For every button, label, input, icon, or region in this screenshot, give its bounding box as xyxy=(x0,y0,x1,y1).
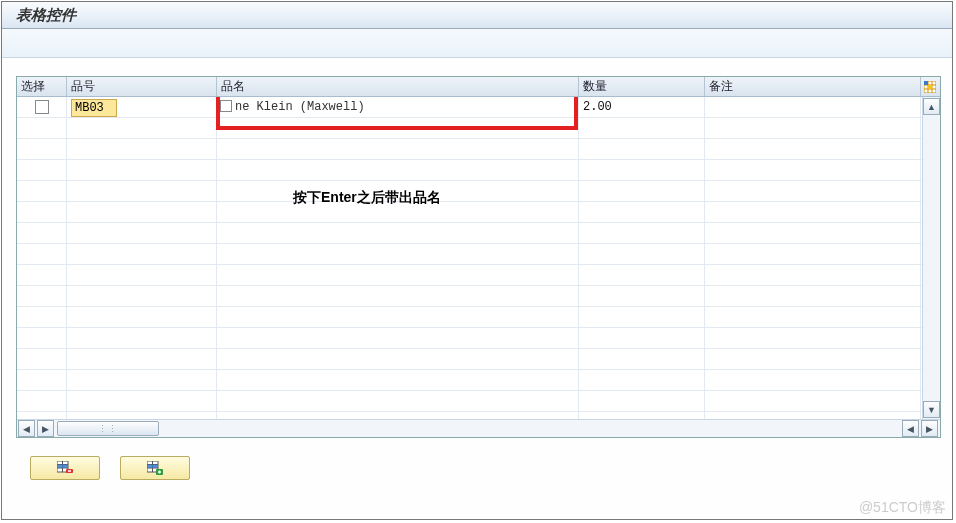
table-row[interactable] xyxy=(17,160,922,181)
toolbar xyxy=(2,29,952,58)
table-header: 选择 品号 品名 数量 备注 xyxy=(17,77,940,97)
table-plus-icon xyxy=(147,461,163,475)
qty-cell[interactable]: 2.00 xyxy=(579,97,705,117)
table-row[interactable] xyxy=(17,286,922,307)
window-title: 表格控件 xyxy=(2,2,952,29)
configure-columns-button[interactable] xyxy=(921,77,939,96)
svg-rect-11 xyxy=(57,465,68,469)
watermark: @51CTO博客 xyxy=(859,499,946,517)
name-cell[interactable]: ne Klein (Maxwell) xyxy=(217,97,579,117)
col-name[interactable]: 品名 xyxy=(217,77,579,96)
annotation-text: 按下Enter之后带出品名 xyxy=(293,189,441,207)
table-row[interactable] xyxy=(17,307,922,328)
col-qty[interactable]: 数量 xyxy=(579,77,705,96)
table-row[interactable] xyxy=(17,223,922,244)
scroll-right-button[interactable]: ▶ xyxy=(37,420,54,437)
row-checkbox[interactable] xyxy=(35,100,49,114)
table-row[interactable] xyxy=(17,370,922,391)
table-config-icon xyxy=(924,81,936,93)
scroll-left-button[interactable]: ◀ xyxy=(18,420,35,437)
table-row[interactable] xyxy=(17,181,922,202)
table-row[interactable] xyxy=(17,139,922,160)
col-select[interactable]: 选择 xyxy=(17,77,67,96)
note-cell[interactable] xyxy=(705,97,921,117)
table-row[interactable] xyxy=(17,391,922,412)
svg-rect-6 xyxy=(928,85,932,89)
table-body: MB03 ne Klein (Maxwell) 2.00 xyxy=(17,97,922,419)
delete-row-button[interactable] xyxy=(30,456,100,480)
table-control: 选择 品号 品名 数量 备注 xyxy=(16,76,941,438)
code-input[interactable]: MB03 xyxy=(71,99,117,117)
col-code[interactable]: 品号 xyxy=(67,77,217,96)
table-row[interactable] xyxy=(17,349,922,370)
hscroll-handle[interactable]: ⋮⋮ xyxy=(57,421,159,436)
insert-row-button[interactable] xyxy=(120,456,190,480)
table-row[interactable] xyxy=(17,328,922,349)
table-row[interactable] xyxy=(17,202,922,223)
table-row[interactable] xyxy=(17,265,922,286)
scroll-right-end-button[interactable]: ▶ xyxy=(921,420,938,437)
table-row[interactable]: MB03 ne Klein (Maxwell) 2.00 xyxy=(17,97,922,118)
scroll-left-end-button[interactable]: ◀ xyxy=(902,420,919,437)
table-row[interactable] xyxy=(17,118,922,139)
col-note[interactable]: 备注 xyxy=(705,77,921,96)
horizontal-scrollbar[interactable]: ◀ ▶ ⋮⋮ ◀ ▶ xyxy=(17,419,940,437)
table-row[interactable] xyxy=(17,412,922,419)
svg-rect-5 xyxy=(924,81,928,85)
vertical-scrollbar[interactable]: ▲ ▼ xyxy=(922,97,940,419)
scroll-up-button[interactable]: ▲ xyxy=(923,98,940,115)
table-minus-icon xyxy=(57,461,73,475)
scroll-down-button[interactable]: ▼ xyxy=(923,401,940,418)
table-row[interactable] xyxy=(17,244,922,265)
svg-rect-18 xyxy=(147,465,158,469)
